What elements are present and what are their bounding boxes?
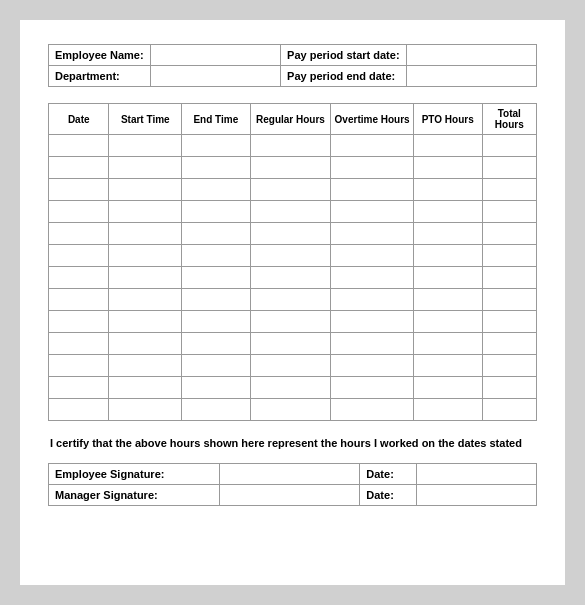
col-header-pto-hours: PTO Hours <box>413 104 482 135</box>
col-header-overtime-hours: Overtime Hours <box>331 104 414 135</box>
header-info-table: Employee Name: Pay period start date: De… <box>48 44 537 87</box>
employee-name-label: Employee Name: <box>49 45 151 66</box>
timesheet-page: Employee Name: Pay period start date: De… <box>20 20 565 585</box>
table-row[interactable] <box>49 179 537 201</box>
col-header-regular-hours: Regular Hours <box>250 104 331 135</box>
table-row[interactable] <box>49 223 537 245</box>
manager-signature-label: Manager Signature: <box>49 485 220 506</box>
table-row[interactable] <box>49 135 537 157</box>
table-row[interactable] <box>49 289 537 311</box>
col-header-start-time: Start Time <box>109 104 182 135</box>
footer-signature-table: Employee Signature: Date: Manager Signat… <box>48 463 537 506</box>
pay-period-end-label: Pay period end date: <box>281 66 406 87</box>
date-value-1[interactable] <box>417 464 537 485</box>
table-row[interactable] <box>49 399 537 421</box>
pay-period-end-value[interactable] <box>406 66 536 87</box>
table-row[interactable] <box>49 377 537 399</box>
table-row[interactable] <box>49 245 537 267</box>
certification-text: I certify that the above hours shown her… <box>48 437 537 449</box>
col-header-date: Date <box>49 104 109 135</box>
date-value-2[interactable] <box>417 485 537 506</box>
table-row[interactable] <box>49 355 537 377</box>
employee-signature-label: Employee Signature: <box>49 464 220 485</box>
col-header-total-hours: Total Hours <box>482 104 537 135</box>
table-row[interactable] <box>49 333 537 355</box>
pay-period-start-label: Pay period start date: <box>281 45 406 66</box>
timesheet-table: Date Start Time End Time Regular Hours O… <box>48 103 537 421</box>
department-label: Department: <box>49 66 151 87</box>
table-row[interactable] <box>49 157 537 179</box>
date-label-2: Date: <box>360 485 417 506</box>
col-header-end-time: End Time <box>182 104 251 135</box>
manager-signature-value[interactable] <box>220 485 360 506</box>
table-row[interactable] <box>49 267 537 289</box>
department-value[interactable] <box>150 66 280 87</box>
date-label-1: Date: <box>360 464 417 485</box>
employee-name-value[interactable] <box>150 45 280 66</box>
pay-period-start-value[interactable] <box>406 45 536 66</box>
table-row[interactable] <box>49 311 537 333</box>
employee-signature-value[interactable] <box>220 464 360 485</box>
table-row[interactable] <box>49 201 537 223</box>
